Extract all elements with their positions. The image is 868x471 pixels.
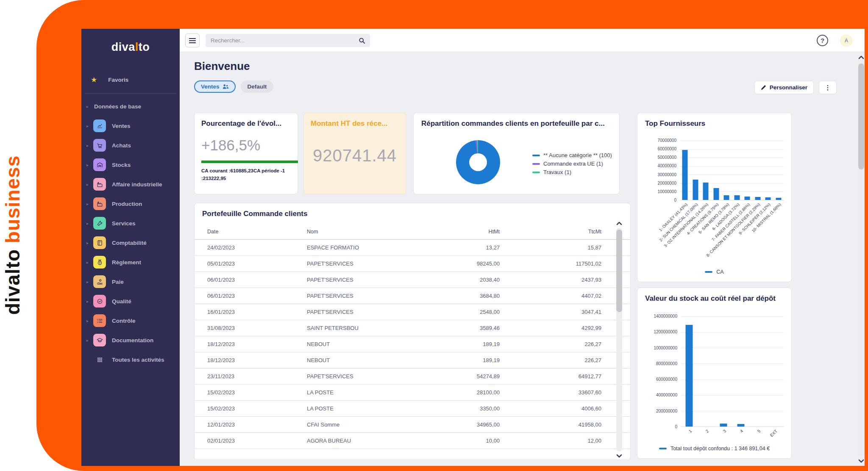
chevron-right-icon: ▸ (86, 280, 93, 284)
column-header-nom[interactable]: Nom (307, 229, 394, 235)
y-tick-label: 1000000000 (640, 346, 677, 350)
chart-bar[interactable] (720, 424, 727, 427)
column-header-htmt[interactable]: HtMt (394, 229, 500, 235)
table-row[interactable]: 31/08/2023SAINT PETERSBOU3589,464292,99 (195, 320, 630, 336)
sidebar-item-comptabilite[interactable]: ▸Comptabilité (81, 233, 180, 252)
legend-item[interactable]: Commande extra UE (1) (532, 161, 612, 167)
table-row[interactable]: 15/02/2023LA POSTE28100,0033607,60 (195, 385, 630, 401)
search-input[interactable] (211, 37, 359, 44)
chart-bar[interactable] (734, 195, 740, 200)
table-cell: 41958,00 (500, 421, 601, 428)
content: Bienvenue Ventes Default Personnalis (180, 53, 865, 466)
sidebar-item-stocks[interactable]: ▸Stocks (81, 155, 180, 175)
chart-bar[interactable] (724, 195, 729, 200)
sidebar-nav: ▸Données de base▸Ventes▸Achats▸Stocks▸Af… (81, 97, 180, 369)
chevron-right-icon: ▸ (86, 104, 93, 109)
sidebar-item-toutes-les-activites[interactable]: Toutes les activités (81, 350, 180, 369)
legend-dash (705, 271, 712, 273)
sidebar-item-services[interactable]: ▸Services (81, 213, 180, 233)
gridline (681, 348, 784, 348)
sidebar-item-label: Paie (112, 279, 124, 285)
chart-bar[interactable] (693, 180, 698, 200)
scroll-down-icon[interactable] (858, 457, 865, 464)
gridline (680, 166, 784, 166)
chart-bar[interactable] (686, 325, 693, 427)
search-icon[interactable] (359, 38, 365, 44)
help-button[interactable]: ? (817, 35, 828, 46)
sidebar-item-label: Affaire industrielle (112, 181, 162, 188)
chevron-right-icon: ▸ (86, 143, 93, 148)
chart-bar[interactable] (745, 197, 750, 200)
chart-bar[interactable] (682, 150, 688, 200)
table-cell: 02/01/2023 (207, 438, 307, 444)
table-row[interactable]: 15/02/2023LA POSTE3350,004006,60 (195, 401, 630, 417)
sidebar-item-donnees-de-base[interactable]: ▸Données de base (81, 97, 180, 116)
table-row[interactable]: 02/01/2023AGORA BUREAU10,0012,00 (195, 433, 630, 449)
donut-chart[interactable] (456, 140, 500, 184)
chart-bar[interactable] (755, 197, 760, 200)
legend-item[interactable]: ** Aucune catégorie ** (100) (532, 152, 612, 158)
gridline (681, 316, 784, 317)
scrollbar-thumb[interactable] (858, 64, 864, 169)
chart-bar[interactable] (713, 188, 719, 200)
scroll-up-icon[interactable] (616, 220, 623, 227)
avatar[interactable]: A (840, 34, 853, 47)
sidebar-item-affaire-industrielle[interactable]: ▸Affaire industrielle (81, 175, 180, 194)
table-row[interactable]: 05/01/2023PAPET'SERVICES98245,00117501,0… (195, 256, 630, 272)
table-cell: CFAI Somme (307, 421, 394, 428)
x-tick-label: 1 (687, 429, 693, 434)
sidebar-item-label: Achats (112, 142, 131, 149)
table-row[interactable]: 24/02/2023ESPACE FORMATIO13,2715,87 (195, 240, 630, 256)
donut-hole (469, 153, 487, 171)
y-tick-label: 50000000 (640, 155, 676, 160)
sidebar-item-ventes[interactable]: ▸Ventes (81, 116, 180, 136)
sidebar-item-label: Stocks (112, 162, 131, 168)
page: divalto business divalto ★ Favoris ▸Donn… (0, 0, 868, 471)
chevron-right-icon: ▸ (86, 260, 93, 265)
sidebar-item-production[interactable]: ▸Production (81, 194, 180, 213)
chart-bar[interactable] (703, 183, 709, 200)
table-cell: 4292,99 (500, 325, 601, 331)
sidebar-item-favoris[interactable]: ★ Favoris (81, 72, 180, 87)
legend-label: ** Aucune catégorie ** (100) (543, 152, 612, 158)
table-cell: 2038,40 (394, 277, 500, 283)
rosette-icon (93, 295, 106, 308)
table-cell: 3589,46 (394, 325, 500, 331)
table-row[interactable]: 12/01/2023CFAI Somme34965,0041958,00 (195, 417, 630, 433)
menu-button[interactable] (185, 33, 200, 47)
tab-ventes[interactable]: Ventes (194, 80, 236, 93)
table-cell: 189,19 (394, 341, 500, 347)
column-header-ttcmt[interactable]: TtcMt (500, 229, 601, 235)
more-options-button[interactable]: ⋮ (819, 81, 837, 94)
chevron-right-icon: ▸ (86, 299, 93, 304)
table-row[interactable]: 18/12/2023NEBOUT189,19226,27 (195, 352, 630, 368)
sidebar-item-reglement[interactable]: ▸Règlement (81, 252, 180, 272)
legend-dash (532, 163, 540, 165)
tab-default[interactable]: Default (241, 80, 274, 93)
sidebar-item-qualite[interactable]: ▸Qualité (81, 291, 180, 311)
table-cell: 189,19 (394, 357, 500, 363)
scroll-up-icon[interactable] (858, 54, 865, 61)
table-row[interactable]: 23/11/2023PAPET'SERVICES54274,8964912,77 (195, 368, 630, 385)
factory-icon (93, 197, 106, 210)
scrollbar-thumb[interactable] (616, 230, 622, 312)
table-cell: NEBOUT (307, 357, 394, 363)
scroll-down-icon[interactable] (616, 452, 623, 459)
stock-chart: 1400000000120000000010000000008000000006… (637, 288, 791, 458)
group-icon (223, 84, 229, 89)
personalize-button[interactable]: Personnaliser (754, 81, 814, 94)
main-area: ? A Bienvenue Ventes Default (180, 29, 865, 466)
table-cell: 24/02/2023 (207, 244, 307, 251)
table-row[interactable]: 06/01/2023PAPET'SERVICES3684,804407,02 (195, 288, 630, 304)
sidebar-item-controle[interactable]: ▸Contrôle (81, 311, 180, 330)
sidebar-item-achats[interactable]: ▸Achats (81, 136, 180, 155)
table-row[interactable]: 06/01/2023PAPET'SERVICES2038,402437,93 (195, 272, 630, 288)
sidebar-item-paie[interactable]: ▸Paie (81, 272, 180, 291)
column-header-date[interactable]: Date (207, 229, 307, 235)
table-row[interactable]: 18/12/2023NEBOUT189,19226,27 (195, 336, 630, 352)
sidebar-item-documentation[interactable]: ▸Documentation (81, 330, 180, 350)
hand-coin-icon (93, 275, 106, 288)
legend-item[interactable]: Travaux (1) (532, 169, 612, 175)
table-row[interactable]: 16/01/2023PAPET'SERVICES2548,003047,41 (195, 304, 630, 320)
search-box[interactable] (206, 34, 370, 47)
